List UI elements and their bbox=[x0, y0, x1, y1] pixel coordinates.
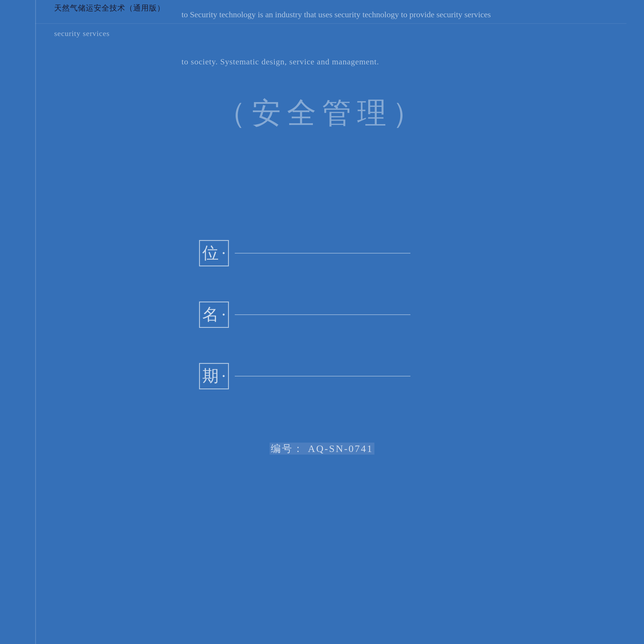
form-label-name-char: 名 bbox=[202, 304, 219, 326]
form-section: 位 · 名 · 期 · bbox=[199, 240, 410, 424]
horizontal-separator bbox=[35, 23, 626, 24]
form-line-unit bbox=[235, 253, 410, 254]
page-container: 天然气储运安全技术（通用版） security services to Secu… bbox=[0, 0, 644, 644]
description-line1: to Security technology is an industry th… bbox=[181, 7, 621, 22]
form-colon-name: · bbox=[222, 305, 226, 324]
code-label: 编号： bbox=[271, 443, 304, 454]
form-label-name: 名 · bbox=[199, 302, 229, 328]
code-full-text: 编号： AQ-SN-0741 bbox=[270, 443, 374, 455]
form-colon-unit: · bbox=[222, 244, 226, 263]
form-label-unit: 位 · bbox=[199, 240, 229, 266]
top-left-label: 天然气储运安全技术（通用版） bbox=[54, 3, 165, 13]
form-line-name bbox=[235, 314, 410, 315]
form-line-date bbox=[235, 376, 410, 376]
form-label-date: 期 · bbox=[199, 363, 229, 389]
form-item-unit: 位 · bbox=[199, 240, 410, 266]
code-value: AQ-SN-0741 bbox=[308, 443, 373, 454]
form-label-date-char: 期 bbox=[202, 365, 219, 387]
security-services-label: security services bbox=[54, 29, 110, 38]
chinese-main-title: （安全管理） bbox=[0, 94, 644, 133]
form-item-date: 期 · bbox=[199, 363, 410, 389]
form-item-name: 名 · bbox=[199, 302, 410, 328]
form-label-unit-char: 位 bbox=[202, 242, 219, 264]
form-colon-date: · bbox=[222, 367, 226, 386]
description-line2: to society. Systematic design, service a… bbox=[181, 57, 379, 66]
code-section: 编号： AQ-SN-0741 bbox=[0, 442, 644, 455]
